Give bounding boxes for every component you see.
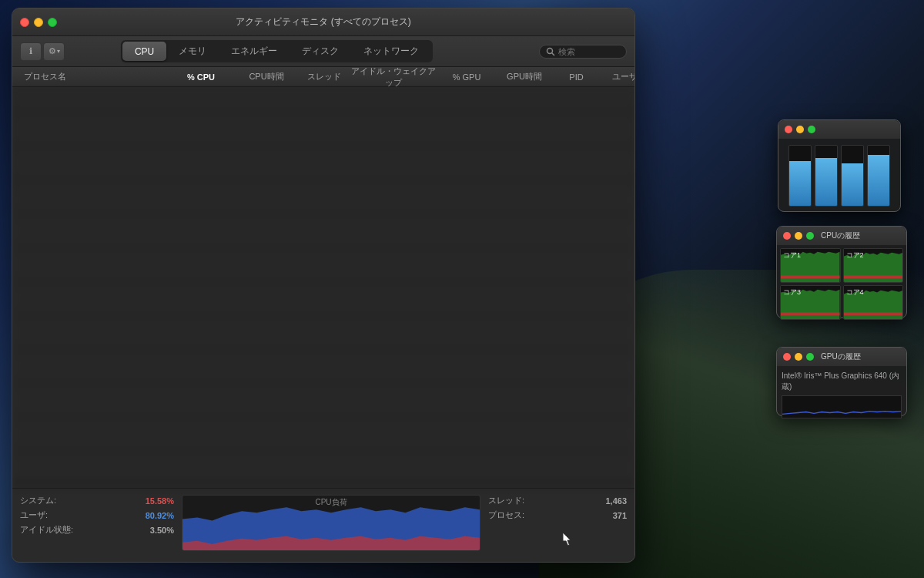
table-row — [12, 155, 634, 172]
col-cpu-pct[interactable]: % CPU — [170, 72, 232, 82]
col-cpu-time[interactable]: CPU時間 — [232, 71, 301, 82]
svg-rect-9 — [844, 275, 903, 278]
table-row — [12, 426, 634, 443]
widget-close-button[interactable] — [785, 126, 792, 133]
cpu-history-maximize[interactable] — [806, 232, 814, 240]
core1-label: コア1 — [783, 250, 801, 260]
tab-group: CPU メモリ エネルギー ディスク ネットワーク — [121, 40, 433, 62]
cpu-bar-fill-3 — [842, 163, 863, 206]
cpu-bar-fill-2 — [815, 158, 837, 206]
table-row — [12, 375, 634, 392]
gpu-history-maximize[interactable] — [806, 353, 814, 361]
search-box[interactable] — [539, 45, 627, 59]
cpu-history-title: CPUの履歴 — [821, 230, 860, 241]
cpu-bar-3 — [841, 145, 864, 207]
toolbar-icon-group: ℹ ⚙ ▾ — [20, 42, 65, 61]
gpu-history-minimize[interactable] — [795, 353, 802, 361]
toolbar: ℹ ⚙ ▾ CPU メモリ エネルギー ディスク ネットワーク — [12, 36, 634, 67]
system-value: 15.58% — [146, 496, 174, 506]
svg-rect-6 — [781, 275, 840, 278]
table-row — [12, 291, 634, 307]
table-row — [12, 87, 634, 104]
maximize-button[interactable] — [48, 18, 57, 27]
gpu-history-widget: GPUの履歴 Intel® Iris™ Plus Graphics 640 (内… — [776, 347, 907, 416]
user-label: ユーザ: — [20, 509, 48, 521]
col-gpu-time[interactable]: GPU時間 — [494, 71, 555, 82]
gpu-history-titlebar: GPUの履歴 — [777, 348, 906, 366]
svg-point-0 — [547, 48, 552, 53]
cpu-bars-container — [778, 139, 900, 213]
svg-rect-12 — [781, 312, 840, 315]
table-row — [12, 443, 634, 460]
svg-rect-16 — [782, 396, 901, 418]
table-row — [12, 392, 634, 409]
bottom-stats-panel: システム: 15.58% ユーザ: 80.92% アイドル状態: 3.50% C… — [12, 488, 634, 557]
gpu-name: Intel® Iris™ Plus Graphics 640 (内蔵) — [782, 371, 902, 392]
info-icon: ℹ — [29, 46, 32, 56]
cpu-history-grid: コア1 コア2 コア3 — [777, 245, 906, 323]
table-row — [12, 409, 634, 426]
thread-stat-row: スレッド: 1,463 — [488, 495, 627, 506]
core3-label: コア3 — [783, 287, 801, 297]
cpu-chart-svg — [182, 496, 480, 550]
cpu-bar-1 — [788, 145, 812, 207]
tab-disk[interactable]: ディスク — [290, 42, 351, 61]
gpu-chart-svg — [782, 396, 901, 418]
thread-value: 1,463 — [605, 496, 627, 506]
cpu-history-minimize[interactable] — [795, 232, 802, 240]
window-title: アクティビティモニタ (すべてのプロセス) — [236, 15, 410, 29]
col-idle-wake[interactable]: アイドル・ウェイクアップ — [347, 66, 440, 89]
system-label: システム: — [20, 495, 56, 506]
cpu-history-widget: CPUの履歴 コア1 コア2 コア3 — [776, 226, 907, 318]
search-input[interactable] — [558, 47, 620, 56]
cpu-usage-widget — [778, 119, 901, 212]
idle-value: 3.50% — [150, 526, 174, 535]
table-row — [12, 121, 634, 138]
info-button[interactable]: ℹ — [20, 42, 42, 61]
gpu-content: Intel® Iris™ Plus Graphics 640 (内蔵) — [777, 366, 906, 423]
table-row — [12, 189, 634, 206]
traffic-lights — [20, 18, 57, 27]
system-stat-row: システム: 15.58% — [20, 495, 174, 506]
table-row — [12, 138, 634, 155]
svg-rect-15 — [844, 312, 903, 315]
process-list[interactable] — [12, 87, 634, 488]
col-thread[interactable]: スレッド — [301, 71, 347, 82]
core2-graph: コア2 — [843, 248, 904, 283]
close-button[interactable] — [20, 18, 29, 27]
search-icon — [546, 47, 555, 56]
title-bar: アクティビティモニタ (すべてのプロセス) — [12, 8, 634, 36]
idle-stat-row: アイドル状態: 3.50% — [20, 524, 174, 536]
tab-memory[interactable]: メモリ — [166, 42, 219, 61]
core3-graph: コア3 — [780, 285, 841, 320]
col-process-name[interactable]: プロセス名 — [16, 71, 170, 82]
cpu-stats-right: スレッド: 1,463 プロセス: 371 — [488, 495, 627, 551]
minimize-button[interactable] — [34, 18, 43, 27]
tab-cpu[interactable]: CPU — [122, 42, 166, 61]
cpu-usage-widget-titlebar — [778, 120, 900, 139]
gear-button[interactable]: ⚙ ▾ — [43, 42, 65, 61]
table-row — [12, 460, 634, 477]
table-row — [12, 172, 634, 189]
process-value: 371 — [613, 511, 627, 520]
widget-minimize-button[interactable] — [796, 126, 804, 133]
cpu-bar-fill-4 — [868, 155, 889, 206]
cpu-history-close[interactable] — [783, 232, 791, 240]
col-pid[interactable]: PID — [555, 72, 598, 82]
core4-graph: コア4 — [843, 285, 904, 320]
gpu-history-close[interactable] — [783, 353, 791, 361]
tab-network[interactable]: ネットワーク — [351, 42, 431, 61]
cpu-bar-fill-1 — [789, 161, 811, 207]
core4-label: コア4 — [846, 287, 864, 297]
table-row — [12, 274, 634, 291]
column-headers: プロセス名 % CPU CPU時間 スレッド アイドル・ウェイクアップ % GP… — [12, 67, 634, 87]
tab-energy[interactable]: エネルギー — [219, 42, 290, 61]
gear-icon: ⚙ — [49, 46, 56, 56]
widget-maximize-button[interactable] — [808, 126, 815, 133]
col-gpu-pct[interactable]: % GPU — [440, 72, 494, 82]
col-user[interactable]: ユーザ — [598, 71, 635, 82]
dropdown-chevron-icon: ▾ — [57, 48, 60, 55]
user-value: 80.92% — [146, 511, 174, 520]
cpu-bar-2 — [815, 145, 838, 207]
table-row — [12, 307, 634, 324]
